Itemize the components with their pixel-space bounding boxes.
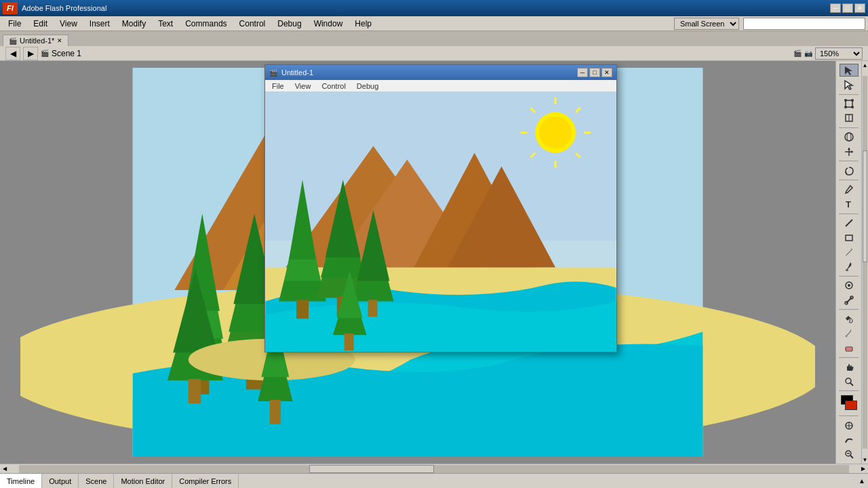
svg-point-65 (845, 133, 853, 141)
vscroll-thumb[interactable] (863, 150, 867, 262)
scene-tools: ◀ ▶ 🎬 Scene 1 (5, 47, 81, 60)
right-scrollbar[interactable]: ▲ ▼ (861, 61, 868, 464)
minimize-button[interactable]: ─ (830, 3, 841, 13)
menu-help[interactable]: Help (349, 18, 377, 30)
hscroll-left[interactable]: ◀ (0, 464, 9, 473)
svg-point-28 (539, 117, 572, 149)
toolbar-separator-6 (839, 276, 859, 277)
panel-collapse-button[interactable]: ▲ (859, 477, 865, 485)
menu-control[interactable]: Control (234, 18, 271, 30)
svg-marker-70 (851, 150, 853, 153)
close-button[interactable]: ✕ (854, 3, 865, 13)
menu-bar: File Edit View Insert Modify Text Comman… (0, 16, 868, 31)
tab-scene[interactable]: Scene (79, 474, 114, 488)
tab-compiler-errors[interactable]: Compiler Errors (172, 474, 239, 488)
menu-commands[interactable]: Commands (180, 18, 232, 30)
menu-view[interactable]: View (54, 18, 83, 30)
hscroll-right[interactable]: ▶ (859, 464, 868, 473)
menu-insert[interactable]: Insert (84, 18, 115, 30)
document-tab[interactable]: 🎬 Untitled-1* ✕ (3, 35, 68, 46)
tool-rect[interactable] (840, 231, 859, 244)
svg-rect-45 (296, 300, 309, 319)
tool-3d-rotation[interactable] (840, 131, 859, 144)
tool-eyedropper[interactable] (840, 327, 859, 340)
preview-title: Untitled-1 (281, 68, 313, 77)
screen-select[interactable]: Small Screen (674, 18, 739, 30)
menu-window[interactable]: Window (309, 18, 349, 30)
panel-controls: ▲ (856, 474, 868, 488)
app-title: Adobe Flash Professional (22, 4, 106, 12)
tool-pen[interactable] (840, 183, 859, 196)
tool-line[interactable] (840, 217, 859, 230)
menu-debug[interactable]: Debug (272, 18, 307, 30)
svg-line-91 (850, 455, 853, 458)
preview-menu-control[interactable]: Control (317, 81, 349, 91)
fill-color[interactable] (845, 401, 857, 410)
menu-text[interactable]: Text (153, 18, 178, 30)
preview-titlebar: 🎬 Untitled-1 ─ □ ✕ (265, 65, 616, 80)
tool-bone[interactable] (840, 293, 859, 306)
vscroll-down[interactable]: ▼ (862, 455, 868, 464)
tool-text[interactable]: T (840, 198, 859, 211)
tool-paint-bucket[interactable] (840, 312, 859, 325)
svg-point-66 (847, 133, 851, 141)
tool-lasso[interactable] (840, 164, 859, 177)
tool-brush[interactable] (840, 260, 859, 272)
hscroll-thumb[interactable] (309, 465, 434, 473)
tool-zoom-small[interactable] (840, 448, 859, 461)
tool-3d-translation[interactable] (840, 145, 859, 158)
back-nav-icon[interactable]: ◀ (5, 47, 20, 60)
preview-close-button[interactable]: ✕ (601, 68, 612, 77)
menu-right: Small Screen (674, 18, 865, 30)
search-input[interactable] (743, 18, 865, 30)
tool-subselect[interactable] (840, 78, 859, 91)
tool-smooth[interactable] (840, 433, 859, 446)
preview-menu-file[interactable]: File (268, 81, 288, 91)
preview-canvas (265, 92, 616, 352)
svg-text:T: T (846, 199, 851, 209)
tool-deco[interactable] (840, 279, 859, 292)
tool-transform[interactable] (840, 97, 859, 110)
svg-rect-58 (846, 100, 852, 107)
maximize-button[interactable]: □ (842, 3, 853, 13)
svg-line-86 (850, 383, 853, 386)
toolbar-separator-colors (839, 390, 859, 391)
zoom-select[interactable]: 150% 100% 75% 50% (815, 47, 863, 60)
forward-nav-icon[interactable]: ▶ (23, 47, 38, 60)
svg-point-77 (848, 284, 850, 287)
tool-gradient-transform[interactable] (840, 112, 859, 125)
preview-menu-view[interactable]: View (291, 81, 315, 91)
menu-file[interactable]: File (3, 18, 26, 30)
tool-zoom[interactable] (840, 375, 859, 388)
tool-eraser[interactable] (840, 342, 859, 354)
toolbar-separator-9 (839, 415, 859, 416)
svg-rect-84 (847, 366, 848, 371)
menu-modify[interactable]: Modify (117, 18, 151, 30)
preview-menu-debug[interactable]: Debug (353, 81, 382, 91)
svg-rect-74 (846, 235, 852, 241)
tool-select[interactable] (840, 64, 859, 77)
toolbar-separator-4 (839, 180, 859, 180)
scene-label: Scene 1 (52, 49, 81, 58)
tab-timeline[interactable]: Timeline (0, 474, 42, 488)
bottom-panel: Timeline Output Scene Motion Editor Comp… (0, 473, 868, 488)
tab-motion-editor[interactable]: Motion Editor (114, 474, 172, 488)
menu-edit[interactable]: Edit (28, 18, 53, 30)
svg-point-60 (851, 99, 854, 102)
tab-bar: 🎬 Untitled-1* ✕ (0, 31, 868, 46)
preview-restore-button[interactable]: □ (589, 68, 600, 77)
tool-snap[interactable] (840, 419, 859, 432)
vscroll-up[interactable]: ▲ (862, 61, 868, 69)
svg-rect-52 (368, 300, 378, 317)
scene-bar: ◀ ▶ 🎬 Scene 1 🎬 📷 150% 100% 75% 50% (0, 46, 868, 61)
svg-marker-69 (848, 148, 850, 150)
toolbar-separator-5 (839, 214, 859, 214)
tab-close-button[interactable]: ✕ (57, 37, 62, 44)
toolbar-separator-8 (839, 357, 859, 358)
svg-point-85 (846, 378, 851, 384)
tab-output[interactable]: Output (42, 474, 79, 488)
preview-minimize-button[interactable]: ─ (577, 68, 588, 77)
tool-hand[interactable] (840, 361, 859, 373)
tool-pencil[interactable] (840, 245, 859, 258)
canvas-icon: 📷 (804, 49, 812, 57)
